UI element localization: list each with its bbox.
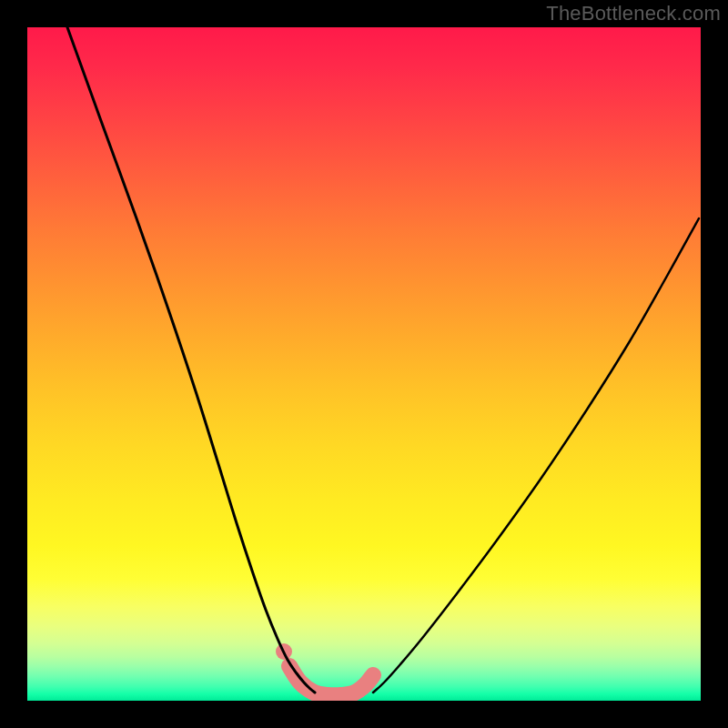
chart-frame: TheBottleneck.com	[0, 0, 728, 728]
right-curve	[373, 218, 699, 693]
curves-layer	[27, 27, 701, 701]
watermark-text: TheBottleneck.com	[546, 2, 721, 25]
plot-area	[27, 27, 701, 701]
left-curve	[67, 27, 315, 693]
